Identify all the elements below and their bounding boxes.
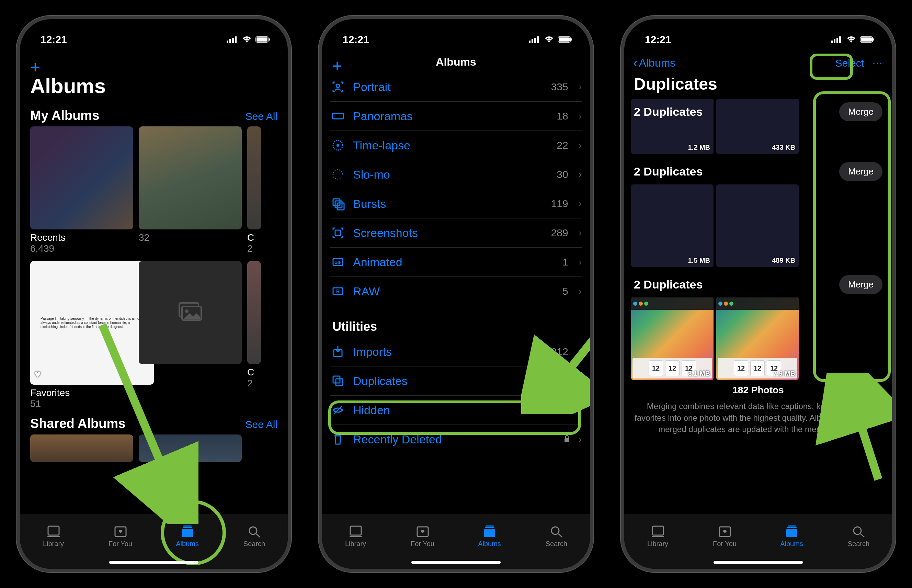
album-favorites[interactable]: Passage I'm taking seriously — the dynam… [30,261,133,409]
list-row-hidden[interactable]: Hidden› [330,396,582,425]
list-row-slomo[interactable]: Slo-mo30› [330,160,582,189]
tab-label: Library [647,540,668,548]
merge-button[interactable]: Merge [839,102,883,121]
tab-library[interactable]: Library [322,514,389,559]
my-albums-row1[interactable]: Recents 6,439 32 C 2 [20,126,288,254]
merge-button[interactable]: Merge [839,275,883,294]
list-row-panoramas[interactable]: Panoramas18› [330,102,582,131]
tab-library[interactable]: Library [20,514,87,559]
album-card[interactable]: 32 [139,126,242,254]
duplicate-thumbnail[interactable]: 1212123.1 MB [631,297,713,380]
duplicate-thumbnails[interactable]: 1.5 MB489 KB [631,184,885,272]
tab-albums[interactable]: Albums [154,514,221,559]
svg-rect-22 [537,36,539,43]
library-icon [347,525,364,538]
select-button[interactable]: Select [835,57,864,69]
status-time: 12:21 [343,34,369,45]
see-all-shared-albums[interactable]: See All [245,419,278,430]
status-icons [227,36,271,43]
tab-library[interactable]: Library [624,514,691,559]
home-indicator[interactable] [109,561,199,564]
my-albums-row2[interactable]: Passage I'm taking seriously — the dynam… [20,261,288,409]
svg-rect-44 [565,438,569,442]
media-types-list[interactable]: Portrait335›Panoramas18›Time-lapse22›Slo… [322,73,590,306]
svg-rect-11 [48,526,59,535]
duplicate-thumbnails[interactable]: 1212123.1 MB1212127.9 MB [631,297,885,384]
svg-rect-56 [836,38,838,43]
chevron-right-icon: › [579,140,582,151]
svg-point-29 [336,144,339,147]
list-label: Hidden [353,404,555,417]
trash-icon [330,433,345,446]
album-count: 2 [247,243,261,254]
tab-for-you[interactable]: For You [691,514,758,559]
duplicate-thumbnail[interactable]: 1212127.9 MB [716,297,799,380]
chevron-right-icon: › [579,286,582,297]
tab-albums[interactable]: Albums [456,514,523,559]
list-row-bursts[interactable]: Bursts119› [330,189,582,218]
home-indicator[interactable] [713,561,803,564]
wifi-icon [846,36,856,43]
album-count: 32 [139,232,242,243]
list-row-trash[interactable]: Recently Deleted› [330,425,582,454]
utilities-list[interactable]: Imports812›Duplicates182›Hidden›Recently… [322,337,590,454]
list-row-duplicates[interactable]: Duplicates182› [330,367,582,396]
tab-bar: Library For You Albums Search [20,514,288,569]
tab-search[interactable]: Search [221,514,288,559]
more-options-icon[interactable]: ⋯ [872,57,883,69]
list-label: Animated [353,255,555,269]
duplicate-thumbnail[interactable]: 489 KB [716,184,799,267]
tab-albums[interactable]: Albums [758,514,825,559]
merge-button[interactable]: Merge [839,162,883,181]
duplicate-groups[interactable]: 2 DuplicatesMerge1.2 MB433 KB2 Duplicate… [624,99,892,384]
list-row-screenshots[interactable]: Screenshots289› [330,218,582,248]
add-album-button[interactable]: + [333,57,342,75]
list-row-raw[interactable]: RRAW5› [330,277,582,306]
tab-search[interactable]: Search [825,514,892,559]
svg-rect-40 [333,376,340,383]
svg-rect-62 [652,526,663,535]
album-recents[interactable]: Recents 6,439 [30,126,133,254]
utilities-section-title: Utilities [330,306,582,337]
status-time: 12:21 [645,34,671,45]
list-row-imports[interactable]: Imports812› [330,337,582,367]
tab-label: Library [345,540,366,548]
album-card[interactable]: C 2 [247,261,261,409]
shared-albums-row[interactable] [20,435,288,462]
svg-rect-60 [873,39,874,40]
duplicate-group: 2 DuplicatesMerge1.2 MB433 KB [624,99,892,159]
album-thumb [139,261,242,364]
album-card[interactable]: 0 [139,261,242,409]
duplicate-thumbnail[interactable]: 1.5 MB [631,184,713,267]
panoramas-icon [330,109,345,123]
list-row-portrait[interactable]: Portrait335› [330,73,582,102]
album-card[interactable]: C 2 [247,126,261,254]
thumb-placeholder-text: Passage I'm taking seriously — the dynam… [40,317,144,329]
svg-point-52 [552,527,559,535]
shared-albums-title: Shared Albums [30,416,125,431]
tab-search[interactable]: Search [523,514,590,559]
svg-rect-2 [232,38,234,43]
nav-title: Albums [322,53,590,73]
back-button[interactable]: ‹ Albums [633,56,675,70]
file-size: 7.9 MB [773,369,795,378]
list-label: Slo-mo [353,168,549,181]
tab-for-you[interactable]: For You [389,514,456,559]
see-all-my-albums[interactable]: See All [245,111,278,122]
svg-rect-20 [531,39,533,43]
list-row-timelapse[interactable]: Time-lapse22› [330,131,582,160]
screen1-content: Albums My Albums See All Recents 6,439 3… [20,53,288,524]
imports-icon [330,345,345,359]
home-indicator[interactable] [412,561,500,564]
svg-rect-49 [486,525,494,527]
notch [109,19,199,39]
svg-rect-3 [235,36,237,43]
list-label: Imports [353,345,544,359]
tab-label: For You [411,540,434,548]
add-album-button[interactable]: + [30,57,40,77]
svg-line-18 [256,534,260,537]
tab-for-you[interactable]: For You [87,514,154,559]
list-count: 182 [551,375,568,387]
list-row-animated[interactable]: GIFAnimated1› [330,248,582,277]
duplicate-group: 2 DuplicatesMerge1.5 MB489 KB [624,159,892,272]
